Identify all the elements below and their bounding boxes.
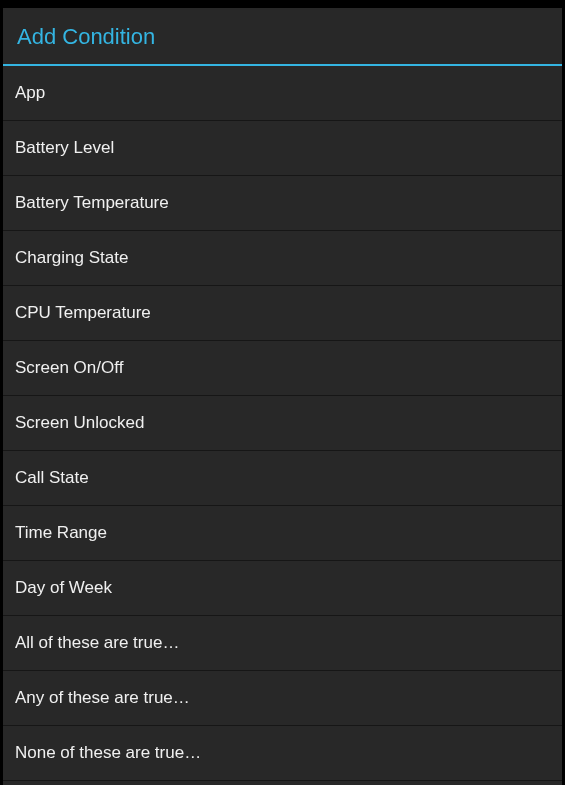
condition-item-screen-unlocked[interactable]: Screen Unlocked bbox=[3, 396, 562, 451]
condition-item-any-true[interactable]: Any of these are true… bbox=[3, 671, 562, 726]
condition-item-time-range[interactable]: Time Range bbox=[3, 506, 562, 561]
dialog-header: Add Condition bbox=[3, 8, 562, 66]
condition-item-charging-state[interactable]: Charging State bbox=[3, 231, 562, 286]
dialog-title: Add Condition bbox=[17, 24, 548, 50]
condition-item-cpu-temperature[interactable]: CPU Temperature bbox=[3, 286, 562, 341]
condition-item-none-true[interactable]: None of these are true… bbox=[3, 726, 562, 781]
condition-item-screen-on-off[interactable]: Screen On/Off bbox=[3, 341, 562, 396]
add-condition-dialog: Add Condition App Battery Level Battery … bbox=[3, 8, 562, 785]
condition-list: App Battery Level Battery Temperature Ch… bbox=[3, 66, 562, 785]
background-activity-hint bbox=[0, 0, 8, 4]
condition-item-call-state[interactable]: Call State bbox=[3, 451, 562, 506]
condition-item-day-of-week[interactable]: Day of Week bbox=[3, 561, 562, 616]
condition-item-battery-temperature[interactable]: Battery Temperature bbox=[3, 176, 562, 231]
condition-item-battery-level[interactable]: Battery Level bbox=[3, 121, 562, 176]
condition-item-all-true[interactable]: All of these are true… bbox=[3, 616, 562, 671]
condition-item-app[interactable]: App bbox=[3, 66, 562, 121]
